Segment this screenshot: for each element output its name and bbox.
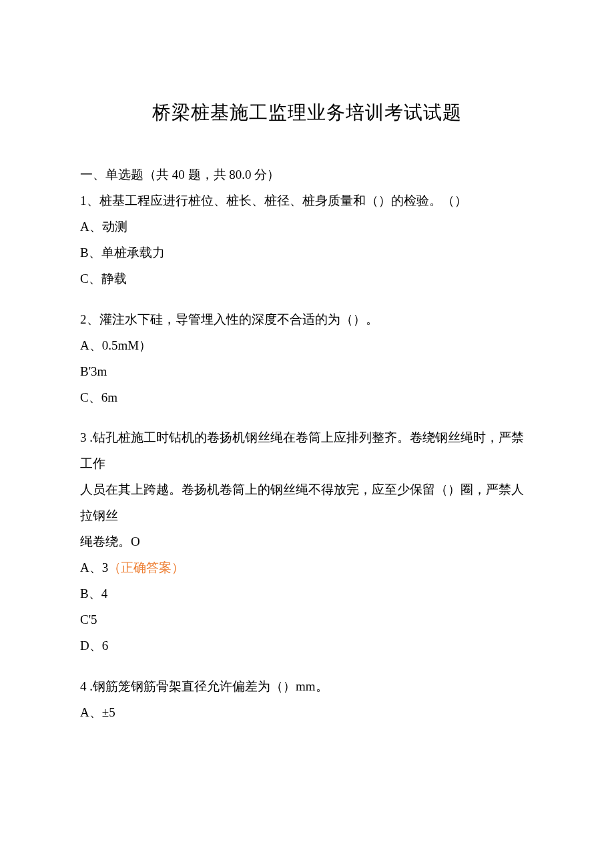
- q1-option-c: C、静载: [80, 266, 534, 292]
- correct-answer-label: （正确答案）: [108, 560, 184, 574]
- q4-option-a: A、±5: [80, 700, 534, 726]
- exam-page: 桥梁桩基施工监理业务培训考试试题 一、单选题（共 40 题，共 80.0 分） …: [0, 0, 614, 726]
- page-title: 桥梁桩基施工监理业务培训考试试题: [80, 100, 534, 125]
- question-2: 2、灌注水下硅，导管埋入性的深度不合适的为（）。 A、0.5mM） B'3m C…: [80, 307, 534, 411]
- q2-option-a: A、0.5mM）: [80, 333, 534, 359]
- q2-option-b: B'3m: [80, 359, 534, 385]
- q1-option-a: A、动测: [80, 214, 534, 240]
- q1-stem: 1、桩基工程应进行桩位、桩长、桩径、桩身质量和（）的检验。（）: [80, 188, 534, 214]
- q1-option-b: B、单桩承载力: [80, 240, 534, 266]
- q3-stem-line2: 人员在其上跨越。卷扬机卷筒上的钢丝绳不得放完，应至少保留（）圈，严禁人拉钢丝: [80, 477, 534, 529]
- q3-option-b: B、4: [80, 581, 534, 607]
- q3-option-d: D、6: [80, 633, 534, 659]
- q2-stem: 2、灌注水下硅，导管埋入性的深度不合适的为（）。: [80, 307, 534, 333]
- q2-option-c: C、6m: [80, 385, 534, 411]
- q3-option-a: A、3（正确答案）: [80, 555, 534, 581]
- q4-stem: 4 .钢筋笼钢筋骨架直径允许偏差为（）mm。: [80, 674, 534, 700]
- q3-stem-line3: 绳卷绕。O: [80, 529, 534, 555]
- section-header: 一、单选题（共 40 题，共 80.0 分）: [80, 162, 534, 188]
- question-3: 3 .钻孔桩施工时钻机的卷扬机钢丝绳在卷筒上应排列整齐。卷绕钢丝绳时，严禁工作 …: [80, 425, 534, 659]
- question-4: 4 .钢筋笼钢筋骨架直径允许偏差为（）mm。 A、±5: [80, 674, 534, 726]
- q3-stem-line1: 3 .钻孔桩施工时钻机的卷扬机钢丝绳在卷筒上应排列整齐。卷绕钢丝绳时，严禁工作: [80, 425, 534, 477]
- question-1: 1、桩基工程应进行桩位、桩长、桩径、桩身质量和（）的检验。（） A、动测 B、单…: [80, 188, 534, 292]
- q3-option-c: C'5: [80, 607, 534, 633]
- q3-option-a-text: A、3: [80, 560, 108, 574]
